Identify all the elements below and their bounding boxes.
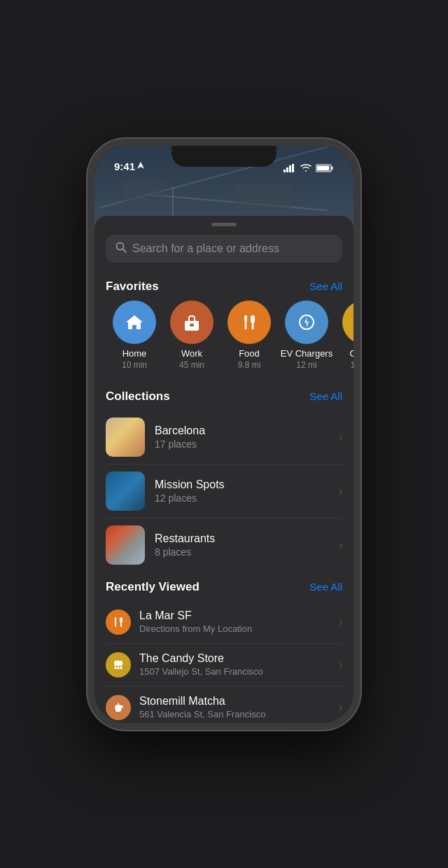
collection-item-mission[interactable]: Mission Spots 12 places › — [106, 464, 342, 518]
recent-sub-candy: 1507 Vallejo St, San Francisco — [139, 666, 330, 677]
recent-name-candy: The Candy Store — [139, 652, 330, 665]
svg-marker-0 — [137, 162, 144, 169]
favorite-name-ev: EV Chargers — [281, 348, 332, 359]
favorite-icon-work — [170, 301, 214, 344]
favorite-name-groc: Groc… — [349, 348, 354, 359]
chevron-icon-matcha: › — [339, 701, 342, 714]
svg-rect-4 — [292, 164, 294, 172]
collection-thumb-barcelona — [106, 418, 145, 457]
recent-info-lamar: La Mar SF Directions from My Location — [139, 609, 330, 634]
chevron-icon-restaurants: › — [339, 539, 342, 551]
phone-frame: 9:41 — [88, 139, 360, 730]
svg-rect-3 — [289, 165, 291, 172]
bottom-sheet[interactable]: Search for a place or address Favorites … — [94, 216, 354, 723]
svg-line-9 — [123, 249, 127, 252]
favorite-icon-ev — [285, 301, 328, 344]
favorite-icon-food — [227, 301, 271, 344]
recently-viewed-section: Recently Viewed See All — [94, 572, 354, 601]
favorite-detail-groc: 13 m… — [351, 360, 354, 370]
favorite-item-food[interactable]: Food 9.8 mi — [220, 301, 278, 370]
signal-icon — [284, 164, 296, 172]
favorites-see-all[interactable]: See All — [309, 280, 342, 292]
battery-icon — [316, 164, 334, 172]
sheet-handle — [211, 223, 237, 226]
svg-rect-2 — [286, 167, 288, 172]
recent-icon-lamar — [106, 609, 131, 635]
recent-list: La Mar SF Directions from My Location › — [94, 601, 354, 723]
svg-rect-11 — [190, 324, 194, 326]
recent-icon-candy — [106, 652, 131, 677]
collection-thumb-restaurants — [106, 525, 145, 565]
recent-info-candy: The Candy Store 1507 Vallejo St, San Fra… — [139, 652, 330, 677]
status-time: 9:41 — [114, 160, 144, 172]
collection-name-mission: Mission Spots — [155, 478, 329, 491]
favorite-icon-home — [113, 301, 156, 344]
favorite-item-groc[interactable]: Groc… 13 m… — [335, 301, 354, 370]
recent-sub-matcha: 561 Valencia St, San Francisco — [139, 709, 330, 719]
collection-info-barcelona: Barcelona 17 places — [155, 425, 329, 450]
chevron-icon-mission: › — [339, 485, 342, 497]
favorite-item-ev[interactable]: EV Chargers 12 mi — [278, 301, 335, 370]
search-bar[interactable]: Search for a place or address — [106, 235, 342, 263]
collection-thumb-mission — [106, 471, 145, 511]
collection-count-barcelona: 17 places — [155, 439, 329, 450]
favorites-title: Favorites — [106, 280, 159, 294]
recent-icon-matcha — [106, 695, 131, 720]
collection-item-barcelona[interactable]: Barcelona 17 places › — [106, 411, 342, 464]
favorite-detail-work: 45 min — [179, 360, 204, 370]
status-icons — [284, 164, 334, 172]
favorites-scroll[interactable]: Home 10 min Work 45 min — [94, 301, 354, 381]
svg-rect-1 — [284, 170, 286, 172]
favorite-name-work: Work — [181, 348, 202, 359]
wifi-icon — [300, 164, 312, 172]
collection-name-barcelona: Barcelona — [155, 425, 329, 437]
favorite-item-work[interactable]: Work 45 min — [163, 301, 220, 370]
recent-item-lamar[interactable]: La Mar SF Directions from My Location › — [106, 601, 342, 644]
search-icon — [115, 242, 127, 256]
collection-info-mission: Mission Spots 12 places — [155, 478, 329, 504]
favorite-item-home[interactable]: Home 10 min — [106, 301, 163, 370]
recently-viewed-title: Recently Viewed — [106, 580, 200, 594]
collection-item-restaurants[interactable]: Restaurants 8 places › — [106, 518, 342, 572]
recent-name-matcha: Stonemill Matcha — [139, 695, 330, 708]
recent-sub-lamar: Directions from My Location — [139, 624, 330, 634]
chevron-icon-candy: › — [339, 659, 342, 671]
recently-viewed-see-all[interactable]: See All — [309, 581, 342, 593]
chevron-icon-lamar: › — [339, 616, 342, 628]
search-placeholder: Search for a place or address — [132, 242, 279, 255]
collections-see-all[interactable]: See All — [309, 390, 342, 402]
svg-rect-6 — [332, 166, 333, 170]
favorite-name-home: Home — [122, 348, 147, 359]
recent-item-matcha[interactable]: Stonemill Matcha 561 Valencia St, San Fr… — [106, 687, 342, 723]
favorite-detail-home: 10 min — [122, 360, 147, 370]
collections-header: Collections See All — [106, 381, 342, 411]
favorite-detail-ev: 12 mi — [296, 360, 316, 370]
favorite-icon-groc — [342, 301, 354, 344]
recently-viewed-header: Recently Viewed See All — [106, 572, 342, 601]
collection-count-mission: 12 places — [155, 492, 329, 504]
favorite-detail-food: 9.8 mi — [238, 360, 261, 370]
collections-list: Barcelona 17 places › Mission Spots 12 p… — [94, 411, 354, 572]
collection-info-restaurants: Restaurants 8 places — [155, 532, 329, 558]
chevron-icon-barcelona: › — [339, 431, 342, 443]
favorites-header: Favorites See All — [106, 271, 342, 301]
recent-info-matcha: Stonemill Matcha 561 Valencia St, San Fr… — [139, 695, 330, 719]
recent-name-lamar: La Mar SF — [139, 609, 330, 622]
collection-count-restaurants: 8 places — [155, 546, 329, 558]
svg-rect-7 — [317, 165, 330, 170]
collections-title: Collections — [106, 390, 170, 404]
recent-item-candy[interactable]: The Candy Store 1507 Vallejo St, San Fra… — [106, 644, 342, 687]
favorite-name-food: Food — [239, 348, 260, 359]
location-arrow-icon — [137, 162, 144, 170]
favorites-section: Favorites See All — [94, 271, 354, 301]
collection-name-restaurants: Restaurants — [155, 532, 329, 545]
notch — [172, 146, 276, 167]
collections-section: Collections See All — [94, 381, 354, 411]
time-display: 9:41 — [114, 160, 135, 172]
